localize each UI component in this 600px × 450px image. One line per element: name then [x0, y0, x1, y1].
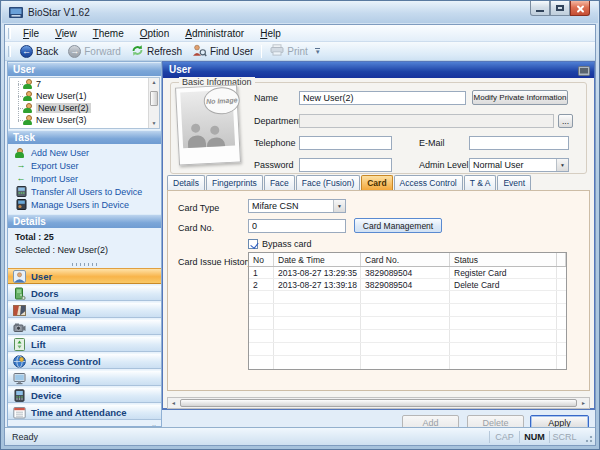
card-type-label: Card Type	[178, 201, 219, 215]
scroll-right-icon[interactable]: ►	[578, 400, 589, 406]
column-status[interactable]: Status	[450, 253, 557, 266]
sidebar-splitter[interactable]	[8, 261, 161, 268]
user-icon	[23, 91, 32, 101]
minimize-button[interactable]	[530, 1, 550, 16]
name-label: Name	[254, 91, 278, 105]
menu-file[interactable]: File	[15, 27, 47, 40]
tab-t-and-a[interactable]: T & A	[464, 175, 497, 190]
user-nav-icon	[12, 270, 26, 283]
bypass-card-row[interactable]: Bypass card	[248, 239, 312, 249]
find-user-label: Find User	[210, 46, 253, 57]
table-empty-row	[249, 291, 566, 304]
sidebar-nav-user[interactable]: User	[8, 268, 161, 284]
sidebar-nav-monitoring[interactable]: Monitoring	[8, 370, 161, 386]
admin-level-select[interactable]: Normal User ▼	[469, 158, 569, 172]
forward-button[interactable]: → Forward	[63, 44, 126, 59]
menu-help[interactable]: Help	[252, 27, 289, 40]
tree-item-label: New User(1)	[36, 91, 87, 101]
back-icon: ←	[20, 45, 33, 58]
horizontal-scrollbar[interactable]: ◄ ►	[167, 397, 590, 409]
tab-card[interactable]: Card	[361, 175, 392, 190]
menu-theme[interactable]: Theme	[85, 27, 132, 40]
tree-scrollbar-thumb[interactable]	[150, 91, 158, 106]
titlebar[interactable]: BioStar V1.62	[2, 1, 598, 23]
telephone-field[interactable]	[299, 136, 392, 150]
menu-option[interactable]: Option	[132, 27, 177, 40]
tab-fingerprints[interactable]: Fingerprints	[206, 175, 263, 190]
name-field[interactable]	[299, 91, 466, 105]
cell-date-time: 2013-08-27 13:39:18	[274, 279, 361, 290]
scroll-down-icon[interactable]: ▼	[149, 119, 159, 128]
tree-item[interactable]: New User(3)	[10, 114, 159, 126]
sidebar-nav-access-control[interactable]: Access Control	[8, 353, 161, 369]
table-row[interactable]: 2 2013-08-27 13:39:18 3829089504 Delete …	[249, 279, 566, 291]
lift-nav-icon	[12, 338, 26, 351]
password-field[interactable]	[299, 158, 392, 172]
tab-access-control[interactable]: Access Control	[394, 175, 463, 190]
task-transfer-users[interactable]: Transfer All Users to Device	[8, 185, 161, 198]
toolbar-overflow-chevron[interactable]: ▼	[315, 48, 321, 55]
tree-item-selected[interactable]: New User(2)	[10, 102, 159, 114]
scroll-up-icon[interactable]: ▲	[149, 78, 159, 87]
transfer-device-icon	[15, 186, 27, 197]
column-card-no[interactable]: Card No.	[361, 253, 450, 266]
task-manage-users[interactable]: Manage Users in Device	[8, 198, 161, 211]
add-user-icon	[15, 148, 27, 158]
toolbar-grip	[8, 46, 11, 57]
toolbar: ← Back → Forward Refresh Find User	[5, 42, 595, 61]
maximize-button[interactable]	[550, 1, 570, 16]
scroll-left-icon[interactable]: ◄	[168, 400, 179, 406]
time-attendance-nav-icon	[12, 406, 26, 419]
sidebar-user-header: User	[8, 62, 161, 76]
close-button[interactable]	[570, 1, 590, 16]
nav-label: Monitoring	[31, 373, 80, 384]
card-management-button[interactable]: Card Management	[354, 218, 442, 233]
tab-face[interactable]: Face	[264, 175, 295, 190]
menu-view[interactable]: View	[47, 27, 85, 40]
department-browse-button[interactable]: ...	[558, 114, 573, 128]
user-photo-placeholder[interactable]: No Image	[175, 84, 241, 165]
sidebar-nav-camera[interactable]: Camera	[8, 319, 161, 335]
find-user-button[interactable]: Find User	[187, 43, 258, 60]
column-no[interactable]: No	[249, 253, 274, 266]
task-export-user[interactable]: → Export User	[8, 159, 161, 172]
tab-event[interactable]: Event	[497, 175, 531, 190]
email-field[interactable]	[469, 136, 569, 150]
tab-details[interactable]: Details	[167, 175, 205, 190]
nav-label: Device	[31, 390, 62, 401]
camera-nav-icon	[12, 321, 26, 334]
resize-grip[interactable]	[582, 432, 594, 444]
back-button[interactable]: ← Back	[15, 44, 63, 59]
tab-face-fusion[interactable]: Face (Fusion)	[296, 175, 360, 190]
scrollbar-thumb[interactable]	[180, 399, 577, 407]
sidebar-nav-lift[interactable]: Lift	[8, 336, 161, 352]
task-add-new-user[interactable]: Add New User	[8, 146, 161, 159]
app-icon	[9, 7, 23, 18]
sidebar-nav-device[interactable]: Device	[8, 387, 161, 403]
card-no-field[interactable]	[248, 219, 346, 233]
panel-window-icon[interactable]	[578, 65, 590, 81]
print-button[interactable]: Print	[265, 43, 313, 59]
sidebar-nav-doors[interactable]: Doors	[8, 285, 161, 301]
combo-arrow-icon: ▼	[333, 200, 345, 212]
manage-device-icon	[15, 199, 27, 210]
tree-item[interactable]: New User(1)	[10, 90, 159, 102]
monitoring-nav-icon	[12, 372, 26, 385]
tree-scrollbar[interactable]: ▲ ▼	[148, 78, 159, 128]
card-type-select[interactable]: Mifare CSN ▼	[248, 199, 346, 213]
sidebar-nav-time-attendance[interactable]: Time and Attendance	[8, 404, 161, 420]
tree-item[interactable]: 7	[10, 78, 159, 90]
tree-item-label: New User(3)	[36, 115, 87, 125]
menu-administrator[interactable]: Administrator	[177, 27, 252, 40]
bypass-card-checkbox[interactable]	[248, 239, 258, 249]
no-image-bubble: No Image	[203, 86, 240, 115]
telephone-label: Telephone	[254, 136, 296, 150]
column-date-time[interactable]: Date & Time	[274, 253, 361, 266]
table-row[interactable]: 1 2013-08-27 13:29:35 3829089504 Registe…	[249, 267, 566, 279]
device-nav-icon	[12, 389, 26, 402]
modify-private-info-button[interactable]: Modify Private Information	[472, 90, 568, 105]
table-header-row[interactable]: No Date & Time Card No. Status	[249, 253, 566, 267]
sidebar-nav-visual-map[interactable]: Visual Map	[8, 302, 161, 318]
task-import-user[interactable]: ← Import User	[8, 172, 161, 185]
refresh-button[interactable]: Refresh	[126, 43, 187, 60]
